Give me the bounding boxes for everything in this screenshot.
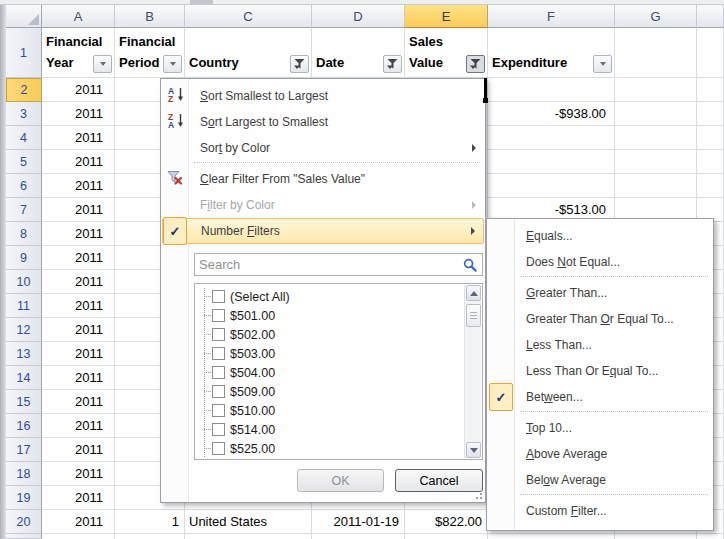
checkbox-unchecked[interactable]	[212, 309, 225, 322]
cell-G4[interactable]	[615, 126, 697, 150]
scroll-down-button[interactable]	[466, 442, 481, 458]
row-header-7[interactable]: 7	[6, 198, 42, 222]
filter-value-row[interactable]: $504.00	[195, 363, 450, 382]
row-header-partial[interactable]	[6, 534, 42, 539]
cell-A20[interactable]: 2011	[42, 510, 115, 534]
cell-h5[interactable]	[697, 150, 724, 174]
cell-F2[interactable]	[488, 78, 615, 102]
cell-h6[interactable]	[697, 174, 724, 198]
cell-C20[interactable]: United States	[185, 510, 312, 534]
checkbox-unchecked[interactable]	[212, 423, 225, 436]
row-header-13[interactable]: 13	[6, 342, 42, 366]
cell-F3[interactable]: -$938.00	[488, 102, 615, 126]
filter-dropdown-button-a[interactable]	[93, 55, 112, 73]
search-icon[interactable]	[463, 258, 477, 272]
cell-h2[interactable]	[697, 78, 724, 102]
filter-value-row[interactable]: $502.00	[195, 325, 450, 344]
cell-A19[interactable]: 2011	[42, 486, 115, 510]
filter-value-row[interactable]: $510.00	[195, 401, 450, 420]
checkbox-unchecked[interactable]	[212, 328, 225, 341]
row-header-5[interactable]: 5	[6, 150, 42, 174]
row-header-16[interactable]: 16	[6, 414, 42, 438]
menu-item-equals[interactable]: Equals...	[488, 223, 712, 249]
menu-item-greater-than[interactable]: Greater Than...	[488, 280, 712, 306]
cell-B20[interactable]: 1	[115, 510, 185, 534]
filter-applied-button-c[interactable]	[290, 55, 309, 73]
row-header-14[interactable]: 14	[6, 366, 42, 390]
column-header-a[interactable]: A	[42, 5, 115, 28]
checkbox-unchecked[interactable]	[212, 290, 225, 303]
column-header-partial[interactable]	[697, 5, 724, 28]
cell-h3[interactable]	[697, 102, 724, 126]
select-all-corner[interactable]	[6, 5, 42, 28]
cell-A3[interactable]: 2011	[42, 102, 115, 126]
row-header-1[interactable]: 1	[6, 28, 42, 78]
filter-value-row[interactable]: (Select All)	[195, 287, 450, 306]
cell-A17[interactable]: 2011	[42, 438, 115, 462]
row-header-19[interactable]: 19	[6, 486, 42, 510]
menu-item-less-than-or-equal-to[interactable]: Less Than Or Equal To...	[488, 358, 712, 384]
row-header-3[interactable]: 3	[6, 102, 42, 126]
menu-item-greater-than-or-equal-to[interactable]: Greater Than Or Equal To...	[488, 306, 712, 332]
cell-F6[interactable]	[488, 174, 615, 198]
cell-G5[interactable]	[615, 150, 697, 174]
cell-A13[interactable]: 2011	[42, 342, 115, 366]
menu-item-sort-smallest-to-largest[interactable]: Sort Smallest to LargestAZ	[162, 83, 484, 109]
filter-applied-button-e[interactable]	[466, 55, 485, 73]
scrollbar[interactable]	[464, 285, 481, 458]
cell-partial-row[interactable]	[488, 534, 615, 539]
row-header-6[interactable]: 6	[6, 174, 42, 198]
cell-partial-row[interactable]	[185, 534, 312, 539]
cell-A14[interactable]: 2011	[42, 366, 115, 390]
filter-value-row[interactable]: $503.00	[195, 344, 450, 363]
filter-value-row[interactable]: $514.00	[195, 420, 450, 439]
checkbox-unchecked[interactable]	[212, 347, 225, 360]
cell-F4[interactable]	[488, 126, 615, 150]
row-header-18[interactable]: 18	[6, 462, 42, 486]
column-header-d[interactable]: D	[312, 5, 405, 28]
column-header-e[interactable]: E	[405, 5, 488, 28]
filter-value-row[interactable]: $525.00	[195, 439, 450, 458]
cell-A2[interactable]: 2011	[42, 78, 115, 102]
filter-value-row[interactable]: $501.00	[195, 306, 450, 325]
cell-partial-row[interactable]	[405, 534, 488, 539]
row-header-17[interactable]: 17	[6, 438, 42, 462]
row-header-15[interactable]: 15	[6, 390, 42, 414]
column-header-b[interactable]: B	[115, 5, 185, 28]
filter-dropdown-button-b[interactable]	[163, 55, 182, 73]
row-header-4[interactable]: 4	[6, 126, 42, 150]
row-header-11[interactable]: 11	[6, 294, 42, 318]
cell-E20[interactable]: $822.00	[405, 510, 488, 534]
cell-F5[interactable]	[488, 150, 615, 174]
row-header-10[interactable]: 10	[6, 270, 42, 294]
column-header-c[interactable]: C	[185, 5, 312, 28]
cell-h4[interactable]	[697, 126, 724, 150]
cell-A15[interactable]: 2011	[42, 390, 115, 414]
column-header-f[interactable]: F	[488, 5, 615, 28]
column-header-g[interactable]: G	[615, 5, 697, 28]
cell-partial-row[interactable]	[615, 534, 697, 539]
cell-G3[interactable]	[615, 102, 697, 126]
menu-item-clear-filter[interactable]: Clear Filter From "Sales Value"	[162, 166, 484, 192]
menu-item-less-than[interactable]: Less Than...	[488, 332, 712, 358]
checkbox-unchecked[interactable]	[212, 385, 225, 398]
cell-A4[interactable]: 2011	[42, 126, 115, 150]
row-header-12[interactable]: 12	[6, 318, 42, 342]
cell-A8[interactable]: 2011	[42, 222, 115, 246]
cell-D20[interactable]: 2011-01-19	[312, 510, 405, 534]
cell-A9[interactable]: 2011	[42, 246, 115, 270]
cell-G6[interactable]	[615, 174, 697, 198]
row-header-2[interactable]: 2	[6, 78, 42, 102]
checkbox-unchecked[interactable]	[212, 442, 225, 455]
row-header-9[interactable]: 9	[6, 246, 42, 270]
filter-value-row-partial[interactable]	[195, 458, 450, 460]
scroll-up-button[interactable]	[466, 285, 481, 301]
cell-A6[interactable]: 2011	[42, 174, 115, 198]
filter-value-row[interactable]: $509.00	[195, 382, 450, 401]
cell-A11[interactable]: 2011	[42, 294, 115, 318]
resize-grip-icon[interactable]	[471, 488, 482, 499]
cell-partial-row[interactable]	[42, 534, 115, 539]
menu-item-number-filters[interactable]: Number Filters	[162, 218, 484, 244]
filter-applied-button-d[interactable]	[383, 55, 402, 73]
header-cell-partial[interactable]	[697, 28, 724, 78]
